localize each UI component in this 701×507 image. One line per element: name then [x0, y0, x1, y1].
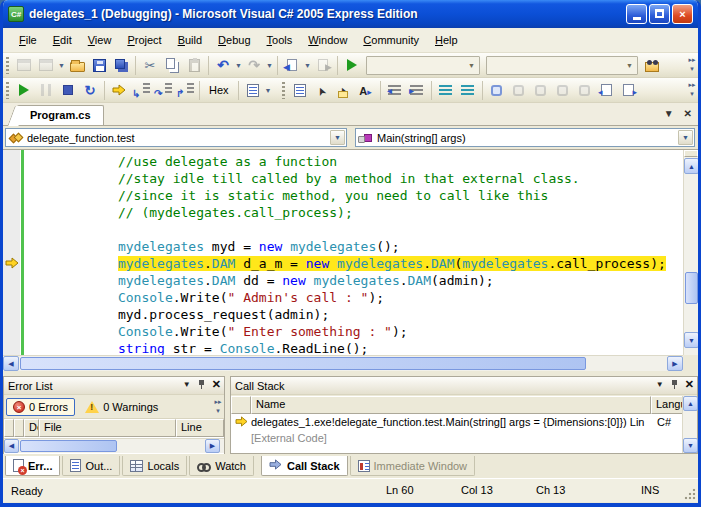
step-out-icon[interactable]: ↱: [174, 80, 196, 101]
menu-project[interactable]: Project: [119, 31, 169, 49]
minimize-button[interactable]: [626, 4, 647, 24]
parameter-info-icon[interactable]: [311, 80, 333, 101]
start-debug-icon[interactable]: [341, 55, 363, 76]
save-all-icon[interactable]: [110, 55, 132, 76]
column-description[interactable]: Description: [24, 419, 39, 437]
scroll-down-icon[interactable]: ▼: [683, 438, 698, 453]
error-list-horizontal-scrollbar[interactable]: ◀ ▶: [4, 438, 224, 453]
breakpoints-window-icon[interactable]: [242, 80, 264, 101]
toolbar-grip[interactable]: [5, 82, 10, 99]
column-icon[interactable]: [231, 396, 251, 414]
resize-grip[interactable]: [684, 488, 696, 500]
open-file-icon[interactable]: [66, 55, 88, 76]
show-next-statement-icon[interactable]: [108, 80, 130, 101]
word-completion-icon[interactable]: [355, 80, 377, 101]
horizontal-scroll-thumb[interactable]: [20, 357, 586, 370]
menu-build[interactable]: Build: [170, 31, 210, 49]
close-document-icon[interactable]: ✕: [684, 108, 692, 119]
breakpoint-margin[interactable]: [3, 150, 20, 355]
menu-community[interactable]: Community: [355, 31, 427, 49]
column-number[interactable]: [14, 419, 24, 437]
panel-toolbar-overflow-icon[interactable]: ▸▸▾: [213, 397, 223, 418]
toolbar-grip[interactable]: [5, 57, 10, 74]
tab-locals[interactable]: Locals: [122, 456, 187, 476]
toggle-bookmark-icon[interactable]: [486, 80, 508, 101]
code-lines[interactable]: //use delegate as a function //stay idle…: [24, 150, 683, 355]
redo-icon[interactable]: [243, 55, 265, 76]
tab-output[interactable]: Out...: [62, 456, 120, 476]
undo-dropdown-icon[interactable]: ▼: [234, 55, 243, 76]
toolbar-combo-2[interactable]: ▼: [486, 56, 638, 75]
windows-dropdown-icon[interactable]: ▼: [264, 80, 273, 101]
member-list-icon[interactable]: [289, 80, 311, 101]
scroll-left-icon[interactable]: ◀: [4, 439, 19, 453]
stop-debugging-icon[interactable]: [57, 80, 79, 101]
tab-program-cs[interactable]: Program.cs: [17, 105, 104, 125]
navigate-backward-dropdown-icon[interactable]: ▼: [303, 55, 312, 76]
auto-hide-pin-icon[interactable]: [670, 379, 679, 390]
toolbar-overflow-icon[interactable]: ▸▸▾: [687, 80, 697, 101]
undo-icon[interactable]: [212, 55, 234, 76]
editor-vertical-scrollbar[interactable]: ▲ ▼: [683, 150, 698, 355]
hex-button[interactable]: Hex: [203, 82, 235, 98]
call-stack-row-current[interactable]: delegates_1.exe!delegate_function.test.M…: [231, 414, 697, 430]
close-panel-icon[interactable]: ✕: [212, 379, 221, 390]
comment-lines-icon[interactable]: [435, 80, 457, 101]
menu-help[interactable]: Help: [427, 31, 466, 49]
scroll-up-icon[interactable]: ▲: [683, 396, 698, 411]
break-all-icon[interactable]: [35, 80, 57, 101]
scroll-right-icon[interactable]: ▶: [205, 439, 220, 453]
close-panel-icon[interactable]: ✕: [685, 379, 694, 390]
errors-filter-button[interactable]: × 0 Errors: [6, 398, 75, 416]
restart-icon[interactable]: [79, 80, 101, 101]
window-position-icon[interactable]: ▼: [656, 380, 664, 389]
vertical-scroll-thumb[interactable]: [685, 272, 698, 304]
column-icon[interactable]: [4, 419, 14, 437]
uncomment-lines-icon[interactable]: [457, 80, 479, 101]
save-icon[interactable]: [88, 55, 110, 76]
step-over-icon[interactable]: ↷: [152, 80, 174, 101]
types-combo[interactable]: delegate_function.test ▼: [5, 128, 347, 147]
members-combo[interactable]: Main(string[] args) ▼: [355, 128, 695, 147]
tab-immediate-window[interactable]: Immediate Window: [350, 456, 476, 476]
add-new-item-icon[interactable]: [35, 55, 57, 76]
redo-dropdown-icon[interactable]: ▼: [265, 55, 274, 76]
copy-icon[interactable]: [161, 55, 183, 76]
continue-icon[interactable]: [13, 80, 35, 101]
menu-tools[interactable]: Tools: [259, 31, 301, 49]
next-bookmark-in-folder-icon[interactable]: [574, 80, 596, 101]
active-files-dropdown-icon[interactable]: ▼: [664, 108, 674, 119]
add-item-dropdown-icon[interactable]: ▼: [57, 55, 66, 76]
toolbar-combo-1[interactable]: ▼: [366, 56, 480, 75]
tab-error-list[interactable]: Err...: [5, 456, 60, 476]
increase-indent-icon[interactable]: [406, 80, 428, 101]
types-combo-dropdown-icon[interactable]: ▼: [330, 130, 345, 145]
paste-icon[interactable]: [183, 55, 205, 76]
previous-bookmark-in-document-icon[interactable]: [596, 80, 618, 101]
call-stack-row-external[interactable]: [External Code]: [231, 430, 697, 446]
editor-horizontal-scrollbar[interactable]: ◀ ▶: [3, 355, 683, 371]
column-file[interactable]: File: [39, 419, 176, 437]
scroll-down-icon[interactable]: ▼: [684, 332, 699, 348]
tab-watch[interactable]: Watch: [189, 456, 254, 476]
previous-bookmark-icon[interactable]: [508, 80, 530, 101]
maximize-button[interactable]: [649, 4, 670, 24]
quick-info-icon[interactable]: [333, 80, 355, 101]
column-line[interactable]: Line: [176, 419, 224, 437]
scroll-up-icon[interactable]: ▲: [684, 158, 699, 174]
scroll-left-icon[interactable]: ◀: [3, 356, 19, 371]
menu-debug[interactable]: Debug: [210, 31, 258, 49]
window-position-icon[interactable]: ▼: [183, 380, 191, 389]
horizontal-scroll-thumb[interactable]: [20, 440, 117, 452]
next-bookmark-icon[interactable]: [530, 80, 552, 101]
new-project-icon[interactable]: [13, 55, 35, 76]
members-combo-dropdown-icon[interactable]: ▼: [678, 130, 693, 145]
auto-hide-pin-icon[interactable]: [197, 379, 206, 390]
split-handle[interactable]: [684, 150, 698, 157]
navigate-forward-icon[interactable]: [312, 55, 334, 76]
cut-icon[interactable]: [139, 55, 161, 76]
step-into-icon[interactable]: ↳: [130, 80, 152, 101]
toolbar-overflow-icon[interactable]: ▸▸▾: [687, 55, 697, 76]
menu-file[interactable]: File: [11, 31, 45, 49]
scroll-right-icon[interactable]: ▶: [667, 356, 683, 371]
